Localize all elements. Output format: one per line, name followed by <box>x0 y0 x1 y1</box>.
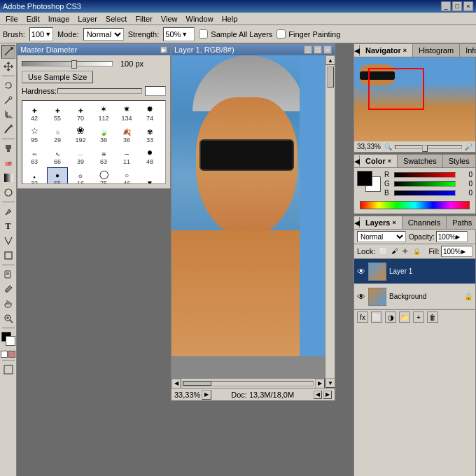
quick-mask-mode[interactable] <box>8 351 15 358</box>
tool-move[interactable] <box>1 59 15 74</box>
brush-cell-12[interactable]: ✾33 <box>139 124 160 145</box>
layer-row-1[interactable]: 👁 Layer 1 <box>354 259 475 284</box>
brush-cell-4[interactable]: ✶112 <box>93 102 114 123</box>
opacity-input[interactable]: 100% ▶ <box>436 231 468 242</box>
tool-notes[interactable] <box>1 267 15 281</box>
doc-window-controls[interactable]: _ □ × <box>304 46 332 54</box>
nav-viewport-rect[interactable] <box>368 68 424 110</box>
layer-group-btn[interactable]: 📁 <box>399 312 410 323</box>
lock-transparent-btn[interactable]: ⬜ <box>378 246 388 256</box>
tab-info[interactable]: Info <box>460 44 476 57</box>
lock-position-btn[interactable]: ✛ <box>400 246 410 256</box>
lock-all-btn[interactable]: 🔒 <box>412 246 421 256</box>
zoom-plus-icon[interactable]: 🔎 <box>465 144 472 150</box>
layer-1-visibility[interactable]: 👁 <box>357 267 365 276</box>
blend-mode-select[interactable]: Normal <box>357 231 406 242</box>
hardness-value-input[interactable] <box>142 86 166 96</box>
fg-bg-colors[interactable] <box>1 332 15 347</box>
brush-cell-2[interactable]: ✚55 <box>47 102 68 123</box>
tool-shape[interactable] <box>1 248 15 262</box>
menu-layer[interactable]: Layer <box>74 14 102 24</box>
tab-styles[interactable]: Styles <box>443 155 476 167</box>
menu-file[interactable]: File <box>1 14 22 24</box>
menu-image[interactable]: Image <box>44 14 74 24</box>
strength-input[interactable]: 50% ▼ <box>163 27 195 41</box>
tab-color[interactable]: Color × <box>360 155 398 167</box>
foreground-color-swatch[interactable] <box>357 171 372 186</box>
layer-delete-btn[interactable]: 🗑 <box>427 312 438 323</box>
brush-cell-3[interactable]: ✚70 <box>70 102 91 123</box>
brush-cell-14[interactable]: ∿66 <box>47 146 68 167</box>
brush-cell-13[interactable]: ∾63 <box>24 146 45 167</box>
brush-size-input[interactable]: 100 ▼ <box>29 27 53 41</box>
fg-bg-container[interactable] <box>357 171 382 192</box>
hardness-input[interactable] <box>145 86 166 96</box>
tool-path-select[interactable] <box>1 234 15 248</box>
tab-layers[interactable]: Layers × <box>360 216 402 229</box>
brush-cell-6[interactable]: ✸74 <box>139 102 160 123</box>
brush-cell-5[interactable]: ✷134 <box>116 102 137 123</box>
menu-filter[interactable]: Filter <box>131 14 156 24</box>
tool-brush[interactable] <box>1 122 15 136</box>
tool-eraser[interactable] <box>1 156 15 170</box>
scroll-down-btn[interactable]: ▼ <box>326 378 335 388</box>
maximize-button[interactable]: □ <box>452 1 462 11</box>
tab-swatches[interactable]: Swatches <box>398 155 443 167</box>
menu-help[interactable]: Help <box>218 14 242 24</box>
tool-zoom[interactable] <box>1 312 15 326</box>
layer-bg-visibility[interactable]: 👁 <box>357 292 365 302</box>
sample-all-checkbox[interactable] <box>199 29 208 38</box>
layers-panel-menu[interactable]: ◀ <box>354 217 360 228</box>
doc-maximize[interactable]: □ <box>314 46 322 54</box>
navigator-panel-menu[interactable]: ◀ <box>354 45 360 56</box>
layer-row-bg[interactable]: 👁 Background 🔒 <box>354 284 475 309</box>
tab-channels[interactable]: Channels <box>402 216 447 229</box>
hardness-slider[interactable] <box>57 88 142 94</box>
lock-image-btn[interactable]: 🖌 <box>389 246 399 256</box>
tool-stamp[interactable] <box>1 141 15 155</box>
doc-minimize[interactable]: _ <box>304 46 312 54</box>
horizontal-scrollbar[interactable]: ◀ ▶ <box>172 378 325 388</box>
tool-gradient[interactable] <box>1 171 15 185</box>
layers-tab-close[interactable]: × <box>392 219 396 226</box>
vertical-scrollbar[interactable]: ▲ ▼ <box>325 55 335 388</box>
tool-smudge[interactable] <box>1 45 15 59</box>
finger-paint-checkbox[interactable] <box>276 29 286 38</box>
zoom-minus-icon[interactable]: 🔍 <box>384 144 392 150</box>
brush-cell-20[interactable]: ●55 <box>47 167 68 184</box>
color-panel-menu[interactable]: ◀ <box>354 155 360 167</box>
tool-lasso[interactable] <box>1 78 15 92</box>
next-frame-btn[interactable]: ▶ <box>323 391 332 399</box>
scroll-up-btn[interactable]: ▲ <box>326 55 335 65</box>
color-spectrum[interactable] <box>360 201 470 209</box>
screen-mode-btn[interactable] <box>1 363 15 377</box>
brush-panel-controls[interactable]: ▶ <box>160 46 167 53</box>
brush-cell-8[interactable]: ☆29 <box>47 124 68 145</box>
brush-cell-11[interactable]: 🍂36 <box>116 124 137 145</box>
prev-frame-btn[interactable]: ◀ <box>314 391 322 399</box>
brush-cell-22[interactable]: ◯75 <box>93 167 114 184</box>
close-button[interactable]: × <box>463 1 473 11</box>
brush-panel-menu[interactable]: ▶ <box>160 46 167 53</box>
brush-cell-scrollbtn[interactable]: ▼ <box>139 167 160 184</box>
background-color[interactable] <box>6 336 15 346</box>
g-slider[interactable] <box>394 181 456 187</box>
scroll-thumb[interactable] <box>327 66 334 88</box>
fill-input[interactable]: 100% ▶ <box>441 246 472 257</box>
scroll-left-btn[interactable]: ◀ <box>172 379 181 388</box>
doc-close[interactable]: × <box>323 46 332 54</box>
color-tab-close[interactable]: × <box>388 158 391 164</box>
horizontal-scroll-track[interactable] <box>183 381 314 386</box>
brush-cell-19[interactable]: ●32 <box>24 167 45 184</box>
navigator-tab-close[interactable]: × <box>403 47 407 54</box>
menu-window[interactable]: Window <box>182 14 218 24</box>
zoom-options-btn[interactable]: ▶ <box>202 390 211 400</box>
doc-image-area[interactable]: ◀ ▶ ▲ ▼ <box>172 55 335 388</box>
r-slider[interactable] <box>394 172 456 178</box>
tool-eyedropper[interactable] <box>1 282 15 296</box>
zoom-slider-thumb[interactable] <box>422 145 428 152</box>
tool-crop[interactable] <box>1 108 15 122</box>
brush-cell-15[interactable]: ···39 <box>70 146 91 167</box>
layer-new-btn[interactable]: + <box>413 312 424 323</box>
brush-cell-21[interactable]: ⊙16 <box>70 167 91 184</box>
